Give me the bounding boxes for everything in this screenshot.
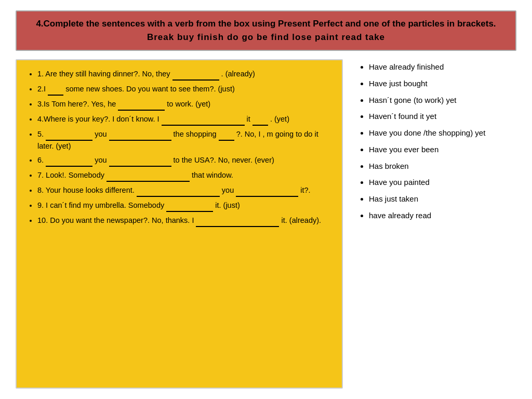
list-item: 9. I can´t find my umbrella. Somebody it… (37, 200, 331, 212)
blank (109, 155, 171, 167)
header-title: 4.Complete the sentences with a verb fro… (27, 19, 505, 29)
list-item: Have already finished (369, 61, 516, 73)
list-item: have already read (369, 210, 516, 221)
list-item: 3.Is Tom here?. Yes, he to work. (yet) (37, 99, 331, 111)
blank (107, 170, 190, 182)
list-item: Has just taken (369, 193, 516, 205)
blank (48, 84, 63, 96)
list-item: Have just bought (369, 78, 516, 89)
list-item: Have you done /the shopping) yet (369, 127, 516, 139)
list-item: 7. Look!. Somebody that window. (37, 170, 331, 182)
blank (109, 129, 171, 141)
right-list: Have already finished Have just bought H… (358, 61, 516, 221)
blank (172, 69, 219, 81)
list-item: Have you ever been (369, 144, 516, 155)
blank (236, 185, 298, 197)
left-panel: 1. Are they still having dinner?. No, th… (16, 59, 343, 389)
content-area: 1. Are they still having dinner?. No, th… (16, 59, 516, 389)
list-item: Haven´t found it yet (369, 111, 516, 122)
blank (46, 129, 92, 141)
list-item: 10. Do you want the newspaper?. No, than… (37, 215, 331, 227)
list-item: Hasn´t gone (to work) yet (369, 95, 516, 106)
list-item: 2.I some new shoes. Do you want to see t… (37, 84, 331, 96)
blank (252, 114, 268, 126)
blank (118, 99, 165, 111)
blank (219, 129, 234, 141)
header-words: Break buy finish do go be find lose pain… (27, 32, 505, 43)
list-item: 5. you the shopping ?. No, I , m going t… (37, 129, 331, 152)
blank (137, 185, 220, 197)
header-box: 4.Complete the sentences with a verb fro… (16, 10, 516, 51)
list-item: Has broken (369, 161, 516, 172)
left-list: 1. Are they still having dinner?. No, th… (27, 69, 331, 227)
page: 4.Complete the sentences with a verb fro… (0, 0, 532, 399)
blank (196, 215, 279, 227)
list-item: 6. you to the USA?. No, never. (ever) (37, 155, 331, 167)
right-panel: Have already finished Have just bought H… (358, 59, 516, 389)
list-item: 4.Where is your key?. I don´t know. I it… (37, 114, 331, 126)
blank (162, 114, 245, 126)
list-item: 8. Your house looks different. you it?. (37, 185, 331, 197)
blank (166, 200, 213, 212)
list-item: Have you painted (369, 177, 516, 188)
blank (46, 155, 92, 167)
list-item: 1. Are they still having dinner?. No, th… (37, 69, 331, 81)
